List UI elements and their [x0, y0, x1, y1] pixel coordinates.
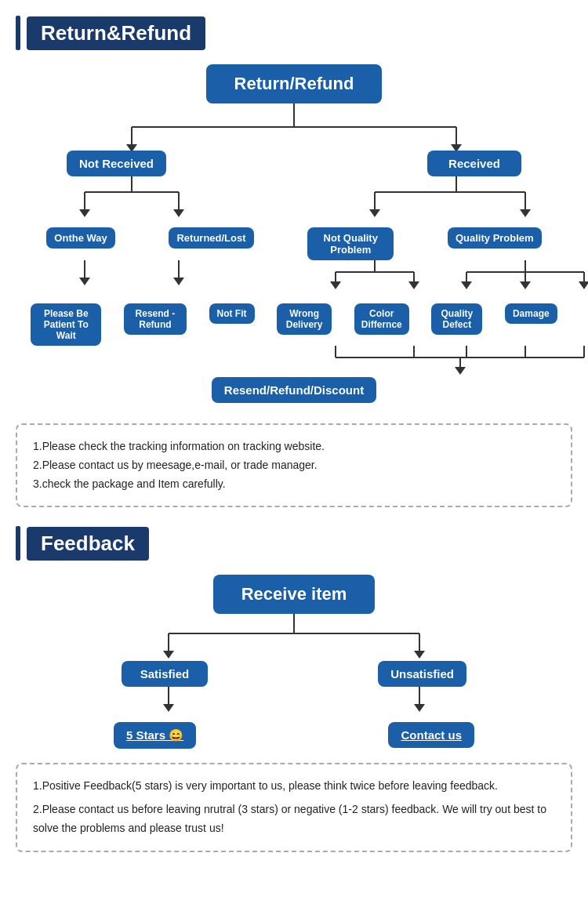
damage-box: Damage [505, 303, 557, 324]
info-line-1: 1.Please check the tracking information … [33, 437, 555, 456]
unsatisfied-col: Unsatisfied [378, 661, 466, 687]
not-fit-box: Not Fit [209, 303, 255, 324]
satisfied-box: Satisfied [122, 661, 208, 687]
five-stars-box[interactable]: 5 Stars 😄 [114, 722, 196, 749]
return-refund-flowchart: Return/Refund Not Received Received [16, 64, 572, 409]
info-line-2: 2.Please contact us by meesage,e-mail, o… [33, 456, 555, 475]
patient-wait-col: Please Be Patient To Wait [31, 303, 101, 346]
not-quality-col: Not Quality Problem [307, 227, 394, 260]
return-info-box: 1.Please check the tracking information … [16, 423, 572, 507]
wrong-delivery-col: Wrong Delivery [277, 303, 332, 335]
level2-row: Onthe Way Returned/Lost Not Quality Prob… [20, 227, 568, 260]
svg-marker-21 [173, 278, 184, 285]
returned-lost-col: Returned/Lost [169, 227, 253, 249]
level1-row: Not Received Received [20, 151, 568, 176]
quality-defect-box: Quality Defect [431, 303, 482, 335]
return-refund-section: Return&Refund Return/Refund Not Received… [16, 16, 572, 507]
svg-marker-51 [163, 704, 174, 712]
patient-wait-box: Please Be Patient To Wait [31, 303, 101, 346]
resend-refund-discount-box: Resend/Refund/Discount [212, 377, 376, 403]
returned-lost-box: Returned/Lost [169, 227, 253, 249]
level3-resend-svg [20, 346, 568, 377]
satisfied-col: Satisfied [122, 661, 208, 687]
feedback-header: Feedback [16, 526, 572, 561]
svg-marker-11 [173, 209, 184, 217]
not-received-box: Not Received [67, 151, 166, 176]
svg-marker-33 [520, 281, 531, 289]
svg-marker-9 [79, 209, 90, 217]
svg-marker-35 [579, 281, 588, 289]
wrong-delivery-box: Wrong Delivery [277, 303, 332, 335]
root-node: Return/Refund [206, 64, 383, 103]
five-stars-label: 5 Stars 😄 [126, 728, 183, 742]
unsatisfied-box: Unsatisfied [378, 661, 466, 687]
quality-defect-col: Quality Defect [431, 303, 482, 335]
feedback-info-line-2: 2.Please contact us before leaving nrutr… [33, 800, 555, 838]
svg-marker-31 [461, 281, 472, 289]
feedback-flowchart: Receive item Satisfied Unsatisfied [16, 575, 572, 749]
svg-marker-53 [414, 704, 425, 712]
received-box: Received [427, 151, 521, 176]
feedback-header-bar [16, 526, 20, 561]
received-col: Received [427, 151, 521, 176]
quality-problem-box: Quality Problem [448, 227, 542, 249]
contact-us-label: Contact us [401, 728, 462, 742]
resend-refund-box: Resend - Refund [124, 303, 187, 335]
svg-marker-19 [79, 278, 90, 285]
return-refund-header: Return&Refund [16, 16, 572, 50]
onthe-way-box: Onthe Way [46, 227, 114, 249]
onthe-way-col: Onthe Way [46, 227, 114, 249]
feedback-level1-row: Satisfied Unsatisfied [59, 661, 529, 687]
info-line-3: 3.check the package and Item carefully. [33, 475, 555, 494]
level3-row: Please Be Patient To Wait Resend - Refun… [20, 303, 568, 346]
feedback-section: Feedback Receive item Satisfied Unsatisf… [16, 526, 572, 851]
feedback-info-line-1: 1.Positive Feedback(5 stars) is very imp… [33, 777, 555, 796]
feedback-level2-row: 5 Stars 😄 Contact us [59, 722, 529, 749]
svg-marker-15 [369, 209, 380, 217]
header-bar [16, 16, 20, 50]
resend-refund-col: Resend - Refund [124, 303, 187, 335]
contact-us-col: Contact us [388, 722, 474, 748]
section-title: Return&Refund [27, 16, 205, 50]
damage-col: Damage [505, 303, 557, 324]
contact-us-box[interactable]: Contact us [388, 722, 474, 748]
feedback-level1-svg [59, 687, 529, 722]
feedback-root-svg [59, 614, 529, 661]
quality-problem-col: Quality Problem [448, 227, 542, 249]
svg-marker-25 [330, 281, 341, 289]
feedback-info-box: 1.Positive Feedback(5 stars) is very imp… [16, 763, 572, 851]
level2-svg [20, 260, 568, 303]
not-quality-box: Not Quality Problem [307, 227, 394, 260]
main-tree-svg [20, 103, 568, 151]
not-received-col: Not Received [67, 151, 166, 176]
svg-marker-49 [414, 651, 425, 659]
svg-marker-47 [163, 651, 174, 659]
five-stars-col: 5 Stars 😄 [114, 722, 196, 749]
svg-marker-17 [520, 209, 531, 217]
level1-svg [20, 176, 568, 227]
color-diff-box: Color Differnce [354, 303, 409, 335]
svg-marker-43 [455, 367, 466, 375]
svg-marker-27 [408, 281, 419, 289]
not-fit-col: Not Fit [209, 303, 255, 324]
feedback-section-title: Feedback [27, 527, 149, 561]
receive-item-box: Receive item [213, 575, 376, 614]
color-diff-col: Color Differnce [354, 303, 409, 335]
